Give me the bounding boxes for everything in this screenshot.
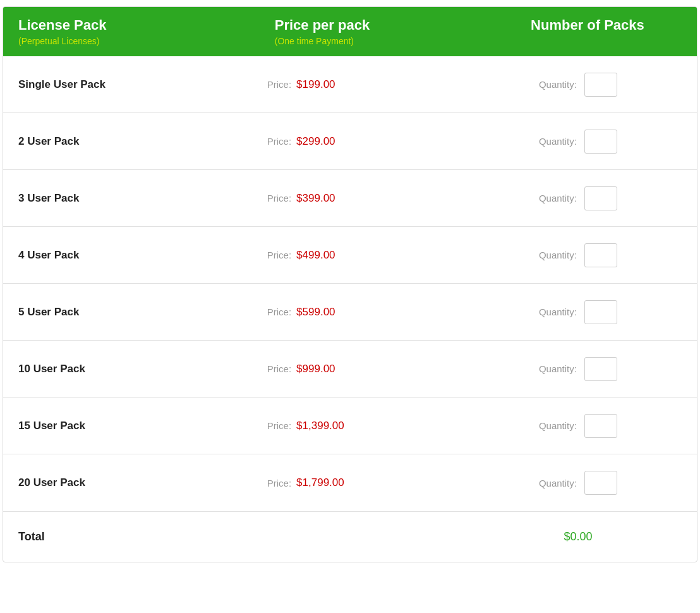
quantity-cell: Quantity:	[474, 130, 682, 154]
table-row: 15 User Pack Price: $1,399.00 Quantity:	[3, 398, 697, 454]
price-value: $299.00	[296, 135, 335, 148]
price-value: $599.00	[296, 306, 335, 319]
table-rows: Single User Pack Price: $199.00 Quantity…	[3, 56, 697, 511]
price-label: Price:	[267, 79, 291, 90]
total-amount: $0.00	[474, 530, 682, 543]
price-value: $199.00	[296, 78, 335, 91]
quantity-input[interactable]	[584, 186, 617, 210]
header-license-pack-title: License Pack	[18, 17, 244, 33]
total-label: Total	[18, 530, 267, 543]
price-label: Price:	[267, 193, 291, 203]
pack-name: 20 User Pack	[18, 476, 267, 489]
quantity-input[interactable]	[584, 414, 617, 438]
header-license-pack: License Pack (Perpetual Licenses)	[3, 7, 260, 56]
header-number-of-packs: Number of Packs	[478, 7, 697, 56]
quantity-label: Quantity:	[539, 193, 577, 203]
price-label: Price:	[267, 136, 291, 147]
pack-name: 4 User Pack	[18, 249, 267, 262]
table-row: 10 User Pack Price: $999.00 Quantity:	[3, 341, 697, 398]
header-packs-title: Number of Packs	[493, 17, 682, 33]
license-pack-table: License Pack (Perpetual Licenses) Price …	[3, 6, 697, 562]
header-price-subtitle: (One time Payment)	[275, 36, 463, 46]
price-cell: Price: $599.00	[267, 306, 474, 319]
header-price-title: Price per pack	[275, 17, 463, 33]
quantity-input[interactable]	[584, 471, 617, 495]
quantity-cell: Quantity:	[474, 243, 682, 267]
table-row: 20 User Pack Price: $1,799.00 Quantity:	[3, 454, 697, 511]
header-price-per-pack: Price per pack (One time Payment)	[260, 7, 478, 56]
price-cell: Price: $499.00	[267, 249, 474, 262]
price-value: $999.00	[296, 363, 335, 375]
price-cell: Price: $299.00	[267, 135, 474, 148]
pack-name: 2 User Pack	[18, 135, 267, 148]
price-cell: Price: $399.00	[267, 192, 474, 205]
price-cell: Price: $199.00	[267, 78, 474, 91]
total-row: Total $0.00	[3, 511, 697, 562]
quantity-label: Quantity:	[539, 136, 577, 147]
quantity-input[interactable]	[584, 300, 617, 324]
price-cell: Price: $1,799.00	[267, 476, 474, 489]
table-row: Single User Pack Price: $199.00 Quantity…	[3, 56, 697, 113]
quantity-label: Quantity:	[539, 79, 577, 90]
quantity-label: Quantity:	[539, 420, 577, 431]
price-label: Price:	[267, 306, 291, 317]
price-value: $399.00	[296, 192, 335, 205]
price-value: $1,399.00	[296, 420, 344, 432]
price-label: Price:	[267, 363, 291, 374]
table-header: License Pack (Perpetual Licenses) Price …	[3, 7, 697, 56]
quantity-cell: Quantity:	[474, 414, 682, 438]
table-row: 5 User Pack Price: $599.00 Quantity:	[3, 284, 697, 341]
price-value: $499.00	[296, 249, 335, 262]
pack-name: 10 User Pack	[18, 363, 267, 375]
quantity-cell: Quantity:	[474, 300, 682, 324]
pack-name: Single User Pack	[18, 78, 267, 91]
table-row: 2 User Pack Price: $299.00 Quantity:	[3, 113, 697, 170]
quantity-cell: Quantity:	[474, 186, 682, 210]
quantity-label: Quantity:	[539, 478, 577, 489]
table-row: 4 User Pack Price: $499.00 Quantity:	[3, 227, 697, 284]
quantity-cell: Quantity:	[474, 471, 682, 495]
pack-name: 15 User Pack	[18, 420, 267, 432]
price-label: Price:	[267, 420, 291, 431]
price-label: Price:	[267, 478, 291, 489]
price-label: Price:	[267, 250, 291, 260]
quantity-input[interactable]	[584, 357, 617, 381]
quantity-label: Quantity:	[539, 306, 577, 317]
pack-name: 5 User Pack	[18, 306, 267, 319]
quantity-input[interactable]	[584, 73, 617, 97]
quantity-cell: Quantity:	[474, 73, 682, 97]
quantity-input[interactable]	[584, 243, 617, 267]
pack-name: 3 User Pack	[18, 192, 267, 205]
price-cell: Price: $1,399.00	[267, 420, 474, 432]
quantity-label: Quantity:	[539, 250, 577, 260]
quantity-label: Quantity:	[539, 363, 577, 374]
table-row: 3 User Pack Price: $399.00 Quantity:	[3, 170, 697, 227]
price-cell: Price: $999.00	[267, 363, 474, 375]
quantity-cell: Quantity:	[474, 357, 682, 381]
price-value: $1,799.00	[296, 476, 344, 489]
quantity-input[interactable]	[584, 130, 617, 154]
header-license-pack-subtitle: (Perpetual Licenses)	[18, 36, 244, 46]
